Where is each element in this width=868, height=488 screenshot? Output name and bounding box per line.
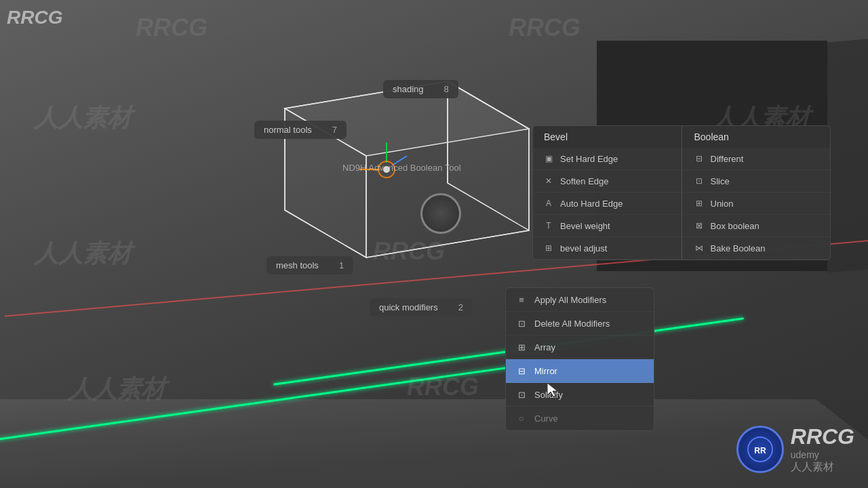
curve-label: Curve <box>534 413 558 424</box>
slice-icon: ⊡ <box>693 175 705 187</box>
array-icon: ⊞ <box>515 341 528 353</box>
set-hard-edge-label: Set Hard Edge <box>560 154 618 164</box>
solidify-label: Solidify <box>534 390 563 400</box>
qm-apply-all[interactable]: ≡ Apply All Modifiers <box>506 288 654 312</box>
boolean-bake[interactable]: ⋈ Bake Boolean <box>684 237 831 260</box>
mesh-tools-label: mesh tools <box>276 260 319 270</box>
mesh-tools-panel[interactable]: mesh tools 1 <box>267 256 353 274</box>
shading-count: 8 <box>444 84 449 94</box>
quick-modifiers-count: 2 <box>458 302 463 312</box>
bake-boolean-icon: ⋈ <box>693 242 705 254</box>
bevel-adjust[interactable]: ⊞ bevel adjust <box>533 237 680 260</box>
mirror-icon: ⊟ <box>515 365 528 377</box>
quick-mod-dropdown: ≡ Apply All Modifiers ⊡ Delete All Modif… <box>505 287 654 431</box>
col-divider <box>682 148 682 260</box>
rrcg-logo: RR <box>736 426 784 473</box>
apply-all-label: Apply All Modifiers <box>534 295 606 305</box>
svg-text:RR: RR <box>754 446 766 455</box>
shading-label: shading <box>393 84 424 94</box>
soften-edge-label: Soften Edge <box>560 176 609 186</box>
bevel-set-hard-edge[interactable]: ▣ Set Hard Edge <box>533 148 680 170</box>
quick-modifiers-panel[interactable]: quick modifiers 2 <box>370 298 473 317</box>
set-hard-edge-icon: ▣ <box>542 152 555 165</box>
bevel-weight[interactable]: T Bevel weight <box>533 215 680 237</box>
bevel-adjust-label: bevel adjust <box>560 243 607 253</box>
chinese-label: 人人素材 <box>791 460 854 474</box>
soften-edge-icon: ✕ <box>542 175 555 187</box>
orbit-circle[interactable] <box>420 193 461 234</box>
bevel-col-header: Bevel <box>533 126 680 148</box>
auto-hard-edge-label: Auto Hard Edge <box>560 199 623 209</box>
bevel-soften-edge[interactable]: ✕ Soften Edge <box>533 170 680 192</box>
normal-tools-panel[interactable]: normal tools 7 <box>254 121 347 139</box>
delete-all-label: Delete All Modifiers <box>534 319 610 329</box>
auto-hard-edge-icon: A <box>542 197 555 209</box>
bevel-boolean-menu: Bevel Boolean ▣ Set Hard Edge ✕ Soften E… <box>532 125 831 260</box>
menu-items: ▣ Set Hard Edge ✕ Soften Edge A Auto Har… <box>533 148 830 260</box>
shading-panel[interactable]: shading 8 <box>383 80 458 98</box>
bevel-weight-icon: T <box>542 220 555 232</box>
menu-header: Bevel Boolean <box>533 126 830 148</box>
solidify-icon: ⊡ <box>515 388 528 401</box>
mesh-tools-count: 1 <box>339 260 344 270</box>
different-label: Different <box>711 154 744 164</box>
quick-modifiers-label: quick modifiers <box>379 302 438 312</box>
boolean-slice[interactable]: ⊡ Slice <box>684 170 831 192</box>
boolean-different[interactable]: ⊟ Different <box>684 148 831 170</box>
qm-curve[interactable]: ○ Curve <box>506 407 654 430</box>
boolean-union[interactable]: ⊞ Union <box>684 192 831 215</box>
box-boolean-label: Box boolean <box>711 221 760 231</box>
udemy-label: udemy <box>791 449 854 460</box>
menu-divider <box>682 126 682 148</box>
qm-delete-all[interactable]: ⊡ Delete All Modifiers <box>506 312 654 336</box>
bevel-auto-hard-edge[interactable]: A Auto Hard Edge <box>533 192 680 215</box>
array-label: Array <box>534 342 555 352</box>
box-boolean-icon: ⊠ <box>693 220 705 232</box>
mirror-label: Mirror <box>534 366 557 376</box>
boolean-col-header: Boolean <box>684 126 831 148</box>
normal-tools-label: normal tools <box>264 125 312 135</box>
qm-solidify[interactable]: ⊡ Solidify <box>506 383 654 407</box>
rrcg-top-label: RRCG <box>7 7 62 28</box>
bevel-col: ▣ Set Hard Edge ✕ Soften Edge A Auto Har… <box>533 148 680 260</box>
apply-all-icon: ≡ <box>515 293 528 306</box>
delete-all-icon: ⊡ <box>515 317 528 329</box>
bevel-weight-label: Bevel weight <box>560 221 610 231</box>
slice-label: Slice <box>711 176 730 186</box>
qm-mirror[interactable]: ⊟ Mirror <box>506 359 654 383</box>
bevel-adjust-icon: ⊞ <box>542 242 555 254</box>
different-icon: ⊟ <box>693 152 705 165</box>
curve-icon: ○ <box>515 412 528 424</box>
union-label: Union <box>711 199 734 209</box>
rrcg-text-block: RRCG udemy 人人素材 <box>791 424 854 474</box>
bake-boolean-label: Bake Boolean <box>711 243 766 253</box>
boolean-col: ⊟ Different ⊡ Slice ⊞ Union ⊠ Box boolea… <box>684 148 831 260</box>
union-icon: ⊞ <box>693 197 705 209</box>
qm-array[interactable]: ⊞ Array <box>506 336 654 359</box>
rrcg-bottom-right: RR RRCG udemy 人人素材 <box>736 424 854 474</box>
normal-tools-count: 7 <box>332 125 337 135</box>
rrcg-big-label: RRCG <box>791 424 854 449</box>
3d-viewport[interactable]: RRCG RRCG 人人素材 人人素材 人人素材 RRCG RRCG 人人素材 … <box>0 0 868 488</box>
boolean-box[interactable]: ⊠ Box boolean <box>684 215 831 237</box>
